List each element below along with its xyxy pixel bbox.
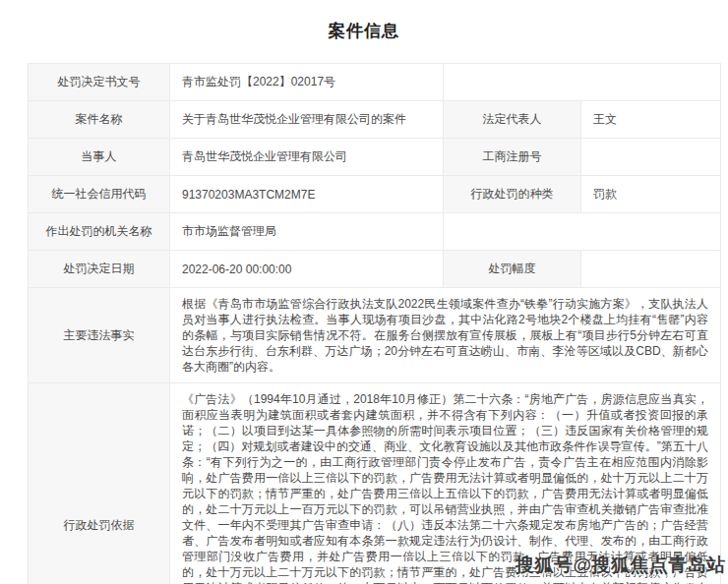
value-party: 青岛世华茂悦企业管理有限公司 [170, 139, 444, 176]
label-penalty-legal-basis: 行政处罚依据 [29, 383, 170, 584]
value-penalty-doc-number: 青市监处罚【2022】02017号 [170, 64, 444, 101]
label-penalty-range: 处罚幅度 [444, 251, 581, 288]
label-party: 当事人 [29, 139, 170, 176]
page-title: 案件信息 [0, 20, 728, 42]
value-main-violation-facts: 根据《青岛市市场监管综合行政执法支队2022民生领域案件查办“铁拳”行动实施方案… [170, 288, 721, 383]
empty-cell [444, 64, 721, 101]
label-case-name: 案件名称 [29, 101, 170, 139]
case-info-table: 处罚决定书文号 青市监处罚【2022】02017号 案件名称 关于青岛世华茂悦企… [28, 63, 721, 584]
table-row: 处罚决定书文号 青市监处罚【2022】02017号 [29, 64, 721, 101]
table-row: 作出处罚的机关名称 市市场监督管理局 [29, 213, 721, 251]
value-penalty-type: 罚款 [581, 176, 721, 213]
label-penalty-authority: 作出处罚的机关名称 [29, 213, 170, 251]
label-penalty-decision-date: 处罚决定日期 [29, 251, 170, 288]
label-penalty-doc-number: 处罚决定书文号 [29, 64, 170, 101]
value-unified-social-credit-code: 91370203MA3TCM2M7E [170, 176, 444, 213]
table-row: 当事人 青岛世华茂悦企业管理有限公司 工商注册号 [29, 139, 721, 176]
value-case-name: 关于青岛世华茂悦企业管理有限公司的案件 [170, 101, 444, 139]
empty-cell [444, 213, 721, 251]
label-penalty-type: 行政处罚的种类 [444, 176, 581, 213]
value-business-registration-number [581, 139, 721, 176]
table-row: 主要违法事实 根据《青岛市市场监管综合行政执法支队2022民生领域案件查办“铁拳… [29, 288, 721, 383]
label-legal-representative: 法定代表人 [444, 101, 581, 139]
value-penalty-range [581, 251, 721, 288]
label-main-violation-facts: 主要违法事实 [29, 288, 170, 383]
value-penalty-authority: 市市场监督管理局 [170, 213, 444, 251]
table-row: 案件名称 关于青岛世华茂悦企业管理有限公司的案件 法定代表人 王文 [29, 101, 721, 139]
sohu-watermark: 搜狐号@搜狐焦点青岛站 [516, 553, 726, 578]
table-row: 统一社会信用代码 91370203MA3TCM2M7E 行政处罚的种类 罚款 [29, 176, 721, 213]
label-business-registration-number: 工商注册号 [444, 139, 581, 176]
value-legal-representative: 王文 [581, 101, 721, 139]
table-row: 处罚决定日期 2022-06-20 00:00:00 处罚幅度 [29, 251, 721, 288]
value-penalty-decision-date: 2022-06-20 00:00:00 [170, 251, 444, 288]
label-unified-social-credit-code: 统一社会信用代码 [29, 176, 170, 213]
